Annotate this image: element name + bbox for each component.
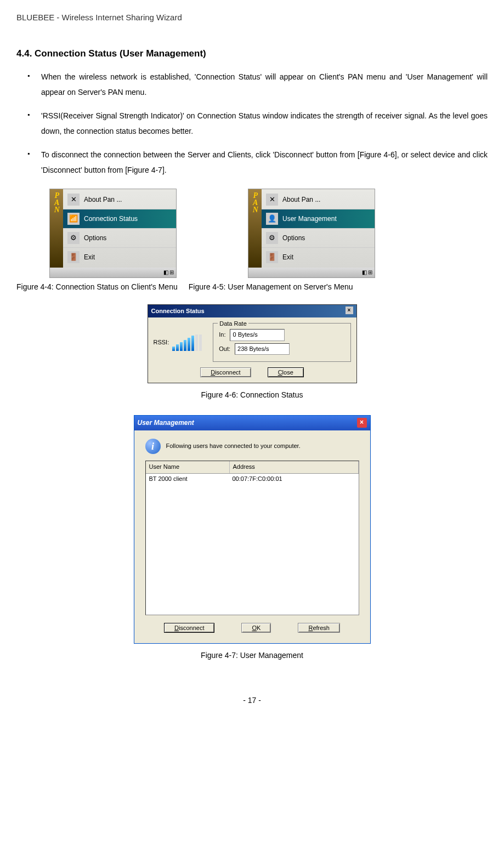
menu-label: User Management bbox=[282, 214, 337, 224]
rssi-bars-icon bbox=[172, 334, 202, 351]
doc-header: BLUEBEE - Wireless Internet Sharing Wiza… bbox=[16, 11, 488, 24]
close-button[interactable]: Close bbox=[268, 367, 304, 377]
tray-icon: ◧ bbox=[362, 268, 367, 277]
options-icon: ⚙ bbox=[67, 232, 80, 244]
menu-user-management[interactable]: 👤 User Management bbox=[262, 209, 375, 229]
in-label: In: bbox=[219, 330, 225, 340]
menu-label: About Pan ... bbox=[282, 195, 320, 205]
figure-4-6-caption: Figure 4-6: Connection Status bbox=[16, 389, 488, 401]
section-title: 4.4. Connection Status (User Management) bbox=[16, 46, 488, 61]
dialog-title: Connection Status bbox=[151, 307, 205, 316]
client-menu-figure: PAN ✕ About Pan ... 📶 Connection Status … bbox=[49, 189, 177, 278]
menu-taskbar: ◧ ⊞ bbox=[248, 268, 375, 277]
exit-icon: 🚪 bbox=[266, 251, 278, 263]
options-icon: ⚙ bbox=[266, 232, 278, 244]
info-icon: i bbox=[145, 439, 161, 454]
menu-options[interactable]: ⚙ Options bbox=[63, 229, 176, 248]
connection-status-dialog: Connection Status × RSSI: Data Rate In: … bbox=[148, 304, 357, 384]
disconnect-button[interactable]: Disconnect bbox=[200, 367, 251, 377]
menu-label: Exit bbox=[282, 252, 293, 263]
figure-4-4-caption: Figure 4-4: Connection Status on Client'… bbox=[16, 281, 178, 293]
menu-label: Connection Status bbox=[84, 214, 138, 224]
server-menu-figure: PAN ✕ About Pan ... 👤 User Management ⚙ … bbox=[248, 189, 375, 278]
menu-exit[interactable]: 🚪 Exit bbox=[262, 248, 375, 266]
dialog-titlebar: Connection Status × bbox=[148, 305, 356, 318]
refresh-button[interactable]: Refresh bbox=[298, 623, 340, 633]
data-rate-group: Data Rate In: 0 Bytes/s Out: 238 Bytes/s bbox=[213, 323, 350, 362]
rssi-label: RSSI: bbox=[154, 338, 169, 348]
dialog-titlebar: User Management × bbox=[134, 416, 370, 430]
tray-icon: ⊞ bbox=[169, 268, 174, 277]
menu-about-pan[interactable]: ✕ About Pan ... bbox=[262, 190, 375, 209]
out-label: Out: bbox=[219, 344, 230, 354]
info-text: Following users have connected to your c… bbox=[166, 441, 301, 451]
column-address[interactable]: Address bbox=[230, 461, 359, 473]
about-icon: ✕ bbox=[266, 194, 278, 206]
close-icon[interactable]: × bbox=[357, 418, 367, 428]
menu-exit[interactable]: 🚪 Exit bbox=[63, 248, 176, 266]
table-row[interactable]: BT 2000 client 00:07:7F:C0:00:01 bbox=[146, 474, 359, 485]
ok-button[interactable]: OK bbox=[241, 623, 271, 633]
figure-4-5-caption: Figure 4-5: User Management on Server's … bbox=[189, 281, 353, 293]
close-icon[interactable]: × bbox=[346, 307, 353, 314]
row-address: 00:07:7F:C0:00:01 bbox=[229, 474, 359, 485]
about-icon: ✕ bbox=[67, 194, 80, 206]
page-number: - 17 - bbox=[16, 694, 488, 706]
user-management-icon: 👤 bbox=[266, 213, 278, 225]
exit-icon: 🚪 bbox=[67, 251, 80, 263]
user-list-box[interactable]: User Name Address BT 2000 client 00:07:7… bbox=[145, 461, 359, 615]
menu-label: Exit bbox=[84, 252, 95, 263]
row-username: BT 2000 client bbox=[146, 474, 229, 485]
rssi-block: RSSI: bbox=[154, 323, 202, 362]
menu-connection-status[interactable]: 📶 Connection Status bbox=[63, 209, 176, 229]
in-value-field: 0 Bytes/s bbox=[230, 329, 285, 341]
menu-label: Options bbox=[282, 233, 305, 243]
server-menu-box: PAN ✕ About Pan ... 👤 User Management ⚙ … bbox=[248, 189, 375, 278]
caption-row: Figure 4-4: Connection Status on Client'… bbox=[16, 281, 488, 293]
menu-about-pan[interactable]: ✕ About Pan ... bbox=[63, 190, 176, 209]
connection-icon: 📶 bbox=[67, 213, 80, 225]
menu-label: About Pan ... bbox=[84, 195, 122, 205]
tray-icon: ◧ bbox=[163, 268, 168, 277]
dialog-title: User Management bbox=[138, 418, 194, 428]
tray-icon: ⊞ bbox=[368, 268, 372, 277]
figure-4-7-caption: Figure 4-7: User Management bbox=[16, 649, 488, 661]
client-menu-box: PAN ✕ About Pan ... 📶 Connection Status … bbox=[49, 189, 177, 278]
column-username[interactable]: User Name bbox=[146, 461, 230, 473]
list-header: User Name Address bbox=[146, 461, 359, 474]
out-value-field: 238 Bytes/s bbox=[235, 343, 290, 355]
menu-options[interactable]: ⚙ Options bbox=[262, 229, 375, 248]
menu-label: Options bbox=[84, 233, 106, 243]
pan-sidebar-label: PAN bbox=[50, 189, 63, 268]
group-legend: Data Rate bbox=[218, 319, 248, 329]
menu-taskbar: ◧ ⊞ bbox=[50, 268, 176, 277]
figure-row-menus: PAN ✕ About Pan ... 📶 Connection Status … bbox=[49, 189, 488, 278]
pan-sidebar-label: PAN bbox=[248, 189, 262, 268]
info-row: i Following users have connected to your… bbox=[145, 439, 359, 454]
bullet-list: When the wireless network is established… bbox=[16, 69, 488, 178]
user-management-dialog: User Management × i Following users have… bbox=[134, 415, 371, 644]
bullet-1: When the wireless network is established… bbox=[27, 69, 488, 100]
bullet-3: To disconnect the connection between the… bbox=[27, 147, 488, 178]
disconnect-button[interactable]: Disconnect bbox=[164, 623, 214, 633]
bullet-2: 'RSSI(Receiver Signal Strength Indicator… bbox=[27, 108, 488, 139]
